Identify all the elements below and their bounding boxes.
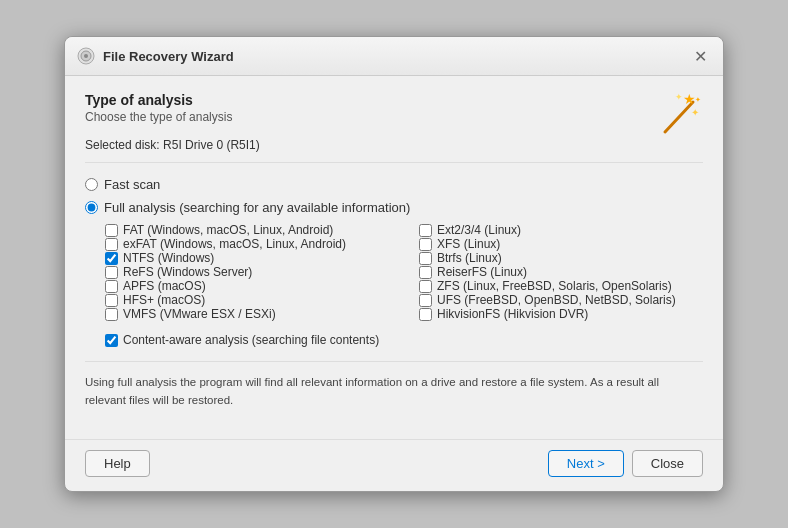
fs-hikvision-checkbox[interactable]: [419, 308, 432, 321]
fs-fat[interactable]: FAT (Windows, macOS, Linux, Android): [105, 223, 389, 237]
close-dialog-button[interactable]: Close: [632, 450, 703, 477]
fast-scan-radio[interactable]: [85, 178, 98, 191]
content-aware-label[interactable]: Content-aware analysis (searching file c…: [105, 333, 703, 347]
title-bar-left: File Recovery Wizard: [77, 47, 234, 65]
fs-refs-checkbox[interactable]: [105, 266, 118, 279]
filesystem-grid: FAT (Windows, macOS, Linux, Android) exF…: [105, 223, 703, 321]
svg-point-2: [84, 54, 88, 58]
fs-ufs[interactable]: UFS (FreeBSD, OpenBSD, NetBSD, Solaris): [419, 293, 703, 307]
svg-text:✦: ✦: [695, 96, 701, 103]
wizard-title-icon: [77, 47, 95, 65]
fast-scan-label[interactable]: Fast scan: [85, 177, 703, 192]
full-analysis-option[interactable]: Full analysis (searching for any availab…: [85, 200, 703, 215]
fast-scan-option[interactable]: Fast scan: [85, 177, 703, 192]
fs-apfs-checkbox[interactable]: [105, 280, 118, 293]
fs-hfsplus[interactable]: HFS+ (macOS): [105, 293, 389, 307]
fs-btrfs-checkbox[interactable]: [419, 252, 432, 265]
full-analysis-radio[interactable]: [85, 201, 98, 214]
full-analysis-label[interactable]: Full analysis (searching for any availab…: [85, 200, 703, 215]
fs-refs[interactable]: ReFS (Windows Server): [105, 265, 389, 279]
fs-exfat[interactable]: exFAT (Windows, macOS, Linux, Android): [105, 237, 389, 251]
next-button[interactable]: Next >: [548, 450, 624, 477]
fs-left-column: FAT (Windows, macOS, Linux, Android) exF…: [105, 223, 389, 321]
footer-right-buttons: Next > Close: [548, 450, 703, 477]
help-button[interactable]: Help: [85, 450, 150, 477]
fs-reiserfs-checkbox[interactable]: [419, 266, 432, 279]
section-title: Type of analysis: [85, 92, 703, 108]
file-recovery-wizard-dialog: File Recovery Wizard ✕ ★ ✦ ✦ ✦ Type of a…: [64, 36, 724, 492]
title-bar: File Recovery Wizard ✕: [65, 37, 723, 76]
fs-hikvision[interactable]: HikvisionFS (Hikvision DVR): [419, 307, 703, 321]
fs-xfs-checkbox[interactable]: [419, 238, 432, 251]
fs-ufs-checkbox[interactable]: [419, 294, 432, 307]
close-button[interactable]: ✕: [689, 45, 711, 67]
fs-reiserfs[interactable]: ReiserFS (Linux): [419, 265, 703, 279]
fs-btrfs[interactable]: Btrfs (Linux): [419, 251, 703, 265]
fs-hfsplus-checkbox[interactable]: [105, 294, 118, 307]
fs-vmfs[interactable]: VMFS (VMware ESX / ESXi): [105, 307, 389, 321]
dialog-footer: Help Next > Close: [65, 439, 723, 491]
content-aware-checkbox[interactable]: [105, 334, 118, 347]
fs-zfs[interactable]: ZFS (Linux, FreeBSD, Solaris, OpenSolari…: [419, 279, 703, 293]
wizard-wand-icon: ★ ✦ ✦ ✦: [655, 88, 707, 143]
fs-fat-checkbox[interactable]: [105, 224, 118, 237]
fs-vmfs-checkbox[interactable]: [105, 308, 118, 321]
fs-exfat-checkbox[interactable]: [105, 238, 118, 251]
fs-ext-checkbox[interactable]: [419, 224, 432, 237]
section-subtitle: Choose the type of analysis: [85, 110, 703, 124]
fs-ext[interactable]: Ext2/3/4 (Linux): [419, 223, 703, 237]
selected-disk: Selected disk: R5I Drive 0 (R5I1): [85, 138, 703, 163]
dialog-content: ★ ✦ ✦ ✦ Type of analysis Choose the type…: [65, 76, 723, 439]
content-aware-option[interactable]: Content-aware analysis (searching file c…: [105, 333, 703, 347]
fs-ntfs-checkbox[interactable]: [105, 252, 118, 265]
fs-zfs-checkbox[interactable]: [419, 280, 432, 293]
info-text: Using full analysis the program will fin…: [85, 361, 703, 409]
fs-ntfs[interactable]: NTFS (Windows): [105, 251, 389, 265]
fs-apfs[interactable]: APFS (macOS): [105, 279, 389, 293]
dialog-title: File Recovery Wizard: [103, 49, 234, 64]
fs-xfs[interactable]: XFS (Linux): [419, 237, 703, 251]
fs-right-column: Ext2/3/4 (Linux) XFS (Linux) Btrfs (Linu…: [419, 223, 703, 321]
svg-text:✦: ✦: [675, 92, 683, 102]
svg-text:✦: ✦: [691, 107, 699, 118]
